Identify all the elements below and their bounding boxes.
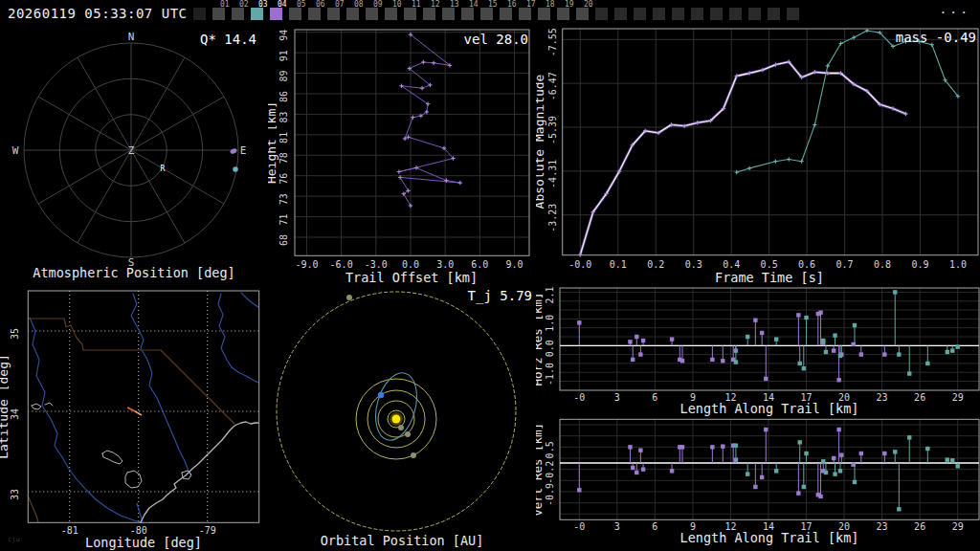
teal-residual-point [821, 459, 825, 463]
svg-text:0.2: 0.2 [647, 259, 664, 270]
frame-tab-blank [653, 8, 665, 20]
frame-tab-18[interactable]: 18 [538, 8, 550, 20]
x-axis-label: Length Along Trail [km] [680, 401, 859, 416]
teal-residual-point [802, 485, 806, 489]
svg-text:1.0: 1.0 [545, 315, 555, 332]
teal-residual-point [907, 435, 911, 439]
frame-tab-04[interactable]: 04 [270, 8, 282, 20]
frame-tab-number: 15 [488, 1, 498, 9]
svg-text:73: 73 [278, 193, 289, 205]
trail-offset-plot: -9.0-6.0-3.00.03.06.09.09491898683817876… [268, 27, 536, 285]
planet [411, 452, 416, 458]
frame-tab-20[interactable]: 20 [576, 8, 589, 20]
svg-text:-6.47: -6.47 [547, 72, 558, 100]
frame-tab-number: 14 [469, 1, 479, 9]
teal-residual-point [950, 348, 954, 352]
frame-tab-15[interactable]: 15 [480, 8, 493, 20]
panel-title: Q* 14.4 [200, 32, 256, 47]
purple-residual-point [577, 488, 581, 492]
svg-text:-9.0: -9.0 [295, 259, 318, 270]
purple-residual-point [832, 456, 835, 460]
frame-tab-02[interactable]: 02 [232, 8, 244, 20]
sun [392, 415, 401, 424]
svg-text:0.3: 0.3 [685, 259, 702, 270]
teal-residual-point [833, 472, 836, 475]
frame-tab-blank [634, 8, 646, 20]
frame-tab-number: 04 [278, 1, 287, 9]
teal-residual-point [893, 290, 897, 294]
compass-west-label: W [12, 144, 19, 157]
frame-tab-16[interactable]: 16 [500, 8, 512, 20]
frame-tab-05[interactable]: 05 [289, 8, 301, 20]
panel-orbital-position: T_j 5.79Orbital Position [AU] [268, 285, 536, 551]
teal-residual-point [950, 458, 954, 462]
svg-text:2.1: 2.1 [545, 286, 555, 303]
frame-tab-11[interactable]: 11 [404, 8, 416, 20]
frame-tab-13[interactable]: 13 [442, 8, 455, 20]
panel-title: T_j 5.79 [468, 288, 532, 304]
jupiter-orbit [277, 292, 516, 531]
purple-residual-point [764, 377, 768, 381]
svg-text:68: 68 [278, 234, 289, 246]
frame-tab-blank [691, 8, 703, 20]
purple-lightcurve-shadow [580, 62, 905, 255]
svg-text:71: 71 [278, 214, 289, 226]
horz-residuals-plot: 2.11.00.0-1.0Horz Res [km]-0369121417202… [536, 285, 980, 416]
river [218, 294, 258, 383]
x-axis-label: Length Along Trail [km] [680, 530, 859, 545]
panel-atmospheric-position: NSWEZRQ* 14.4Atmospheric Position [deg] [0, 27, 268, 285]
frame-tab-08[interactable]: 08 [346, 8, 359, 20]
lake-outline [125, 471, 142, 488]
purple-residual-point [796, 313, 800, 317]
ground-track-map: -81-80-79353433Latitude [deg]Longitude [… [0, 285, 268, 551]
teal-residual-point [798, 362, 802, 365]
svg-text:0.5: 0.5 [761, 259, 778, 270]
timestamp: 20260119 05:33:07 UTC [0, 0, 188, 21]
lake-outline [102, 451, 122, 464]
purple-residual-point [641, 339, 645, 342]
teal-residual-point [833, 333, 836, 337]
purple-residual-point [680, 445, 684, 449]
y-axis-label: Absolute Magnitude [536, 74, 546, 209]
fireball-dashboard: 20260119 05:33:07 UTC 010203040506070809… [0, 0, 980, 551]
frame-tab-12[interactable]: 12 [423, 8, 435, 20]
purple-residual-point [859, 352, 863, 356]
frame-tab-14[interactable]: 14 [461, 8, 474, 20]
svg-text:-5.39: -5.39 [547, 116, 558, 144]
frame-tab-number: 09 [373, 1, 383, 9]
overflow-menu-button[interactable]: ... [940, 0, 980, 16]
frame-tab-17[interactable]: 17 [519, 8, 531, 20]
svg-text:3.0: 3.0 [436, 259, 454, 270]
teal-residual-point [897, 507, 901, 511]
frame-tab-07[interactable]: 07 [327, 8, 340, 20]
svg-text:-0.2: -0.2 [545, 461, 555, 484]
svg-text:23: 23 [877, 521, 888, 532]
frame-tab-blank [672, 8, 684, 20]
frame-tab-09[interactable]: 09 [366, 8, 378, 20]
svg-text:94: 94 [278, 30, 289, 41]
teal-residual-point [774, 337, 778, 341]
frame-tab-blank [193, 8, 206, 20]
svg-text:-0.0: -0.0 [568, 259, 591, 270]
panel-light-curve: -0.00.10.20.30.40.50.60.70.80.91.0-7.55-… [536, 27, 980, 285]
planet [398, 425, 404, 430]
detection-purple [230, 147, 238, 154]
purple-residual-point [796, 491, 800, 495]
svg-text:0.6: 0.6 [798, 259, 815, 270]
teal-residual-point [897, 352, 901, 356]
purple-residual-point [710, 445, 714, 449]
frame-tab-number: 12 [431, 1, 440, 9]
frame-tab-03[interactable]: 03 [251, 8, 263, 20]
svg-text:-0: -0 [573, 521, 585, 532]
light-curve-plot: -0.00.10.20.30.40.50.60.70.80.91.0-7.55-… [536, 27, 980, 285]
frame-tab-19[interactable]: 19 [557, 8, 569, 20]
svg-text:-4.31: -4.31 [547, 160, 558, 188]
fitted-lightcurve-line [580, 62, 905, 255]
svg-text:0.0: 0.0 [545, 340, 555, 357]
frame-tab-10[interactable]: 10 [385, 8, 397, 20]
frame-tab-number: 01 [220, 1, 230, 9]
frame-tab-06[interactable]: 06 [308, 8, 321, 20]
svg-text:-3.0: -3.0 [365, 259, 388, 270]
frame-tab-01[interactable]: 01 [212, 8, 225, 20]
teal-residual-point [907, 371, 911, 375]
